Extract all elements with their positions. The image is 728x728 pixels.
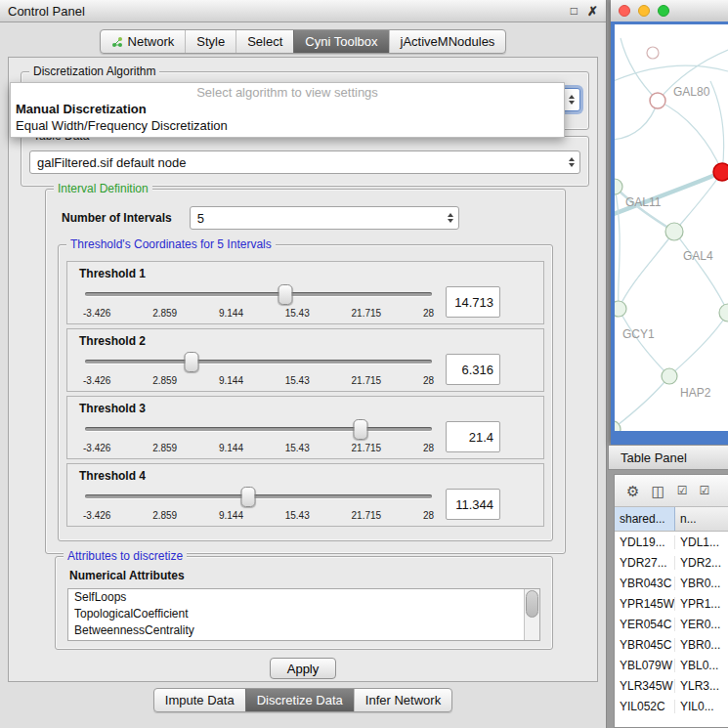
- network-edge[interactable]: [658, 101, 722, 172]
- table-data-combobox[interactable]: galFiltered.sif default node: [29, 150, 580, 174]
- show-columns-icon[interactable]: ◫: [651, 484, 664, 498]
- network-node-gal4[interactable]: [665, 223, 683, 240]
- table-row[interactable]: YPR145WYPR1...: [615, 593, 728, 614]
- apply-button[interactable]: Apply: [270, 658, 336, 679]
- network-canvas[interactable]: GAL80 GAL11 GAL4 GCY1 HAP2: [615, 24, 728, 431]
- dropdown-option-manual-discretization[interactable]: Manual Discretization: [11, 101, 564, 117]
- list-item[interactable]: TopologicalCoefficient: [68, 606, 524, 622]
- cell[interactable]: YBL079W: [615, 659, 675, 672]
- cell[interactable]: YBR0...: [675, 638, 728, 652]
- slider-thumb[interactable]: [353, 419, 367, 440]
- threshold-1-value-field[interactable]: 14.713: [446, 286, 500, 318]
- network-node-hap2[interactable]: [662, 368, 677, 384]
- num-intervals-combobox[interactable]: 5: [190, 206, 459, 230]
- network-edge[interactable]: [710, 81, 724, 172]
- tick-label: -3.426: [83, 443, 110, 453]
- scrollbar-thumb[interactable]: [526, 590, 538, 618]
- tick-label: 21.715: [352, 510, 382, 521]
- tab-discretize-data[interactable]: Discretize Data: [245, 689, 354, 711]
- table-row[interactable]: YDL19...YDL1...: [615, 532, 728, 552]
- tab-network[interactable]: Network: [101, 30, 186, 53]
- cell[interactable]: YER0...: [675, 618, 728, 631]
- zoom-traffic-light[interactable]: [658, 5, 669, 17]
- tab-style[interactable]: Style: [185, 30, 236, 53]
- cell[interactable]: YLR3...: [675, 679, 728, 693]
- table-row[interactable]: YER054CYER0...: [615, 614, 728, 634]
- cell[interactable]: YDR2...: [675, 556, 728, 570]
- slider-thumb[interactable]: [185, 352, 199, 372]
- threshold-1-slider[interactable]: -3.426 2.859 9.144 15.43 21.715 28: [83, 282, 434, 321]
- network-edge[interactable]: [669, 313, 728, 376]
- cell[interactable]: YBR043C: [615, 577, 675, 590]
- cell[interactable]: YDL1...: [675, 535, 728, 549]
- cell[interactable]: YBR045C: [615, 638, 675, 652]
- tick-label: 21.715: [352, 443, 382, 453]
- close-traffic-light[interactable]: [619, 5, 630, 17]
- table-row[interactable]: YBL079WYBL0...: [615, 655, 728, 675]
- tab-label: Style: [196, 34, 225, 49]
- table-row[interactable]: YIL052CYIL0...: [615, 696, 728, 716]
- network-view-frame: GAL80 GAL11 GAL4 GCY1 HAP2: [611, 21, 728, 445]
- tab-select[interactable]: Select: [236, 30, 293, 53]
- cell[interactable]: YPR145W: [615, 597, 675, 611]
- network-node-gcy1[interactable]: [615, 301, 626, 317]
- tick-label: -3.426: [83, 375, 110, 386]
- network-node[interactable]: [719, 304, 728, 321]
- unselect-all-icon[interactable]: ☑: [699, 485, 709, 496]
- column-header-name[interactable]: n...: [675, 507, 728, 531]
- tick-label: 28: [423, 443, 434, 453]
- slider-thumb[interactable]: [278, 284, 293, 305]
- tab-impute-data[interactable]: Impute Data: [154, 689, 245, 711]
- table-row[interactable]: YDR27...YDR2...: [615, 552, 728, 573]
- tick-label: 9.144: [219, 308, 243, 319]
- threshold-2-slider[interactable]: -3.426 2.859 9.144 15.43 21.715 28: [83, 350, 434, 389]
- network-edge[interactable]: [615, 65, 728, 83]
- cell[interactable]: YER054C: [615, 618, 675, 631]
- threshold-3-value-field[interactable]: 21.4: [446, 421, 500, 452]
- table-settings-gear-icon[interactable]: ⚙: [626, 484, 639, 498]
- tab-cyni-toolbox[interactable]: Cyni Toolbox: [293, 30, 388, 53]
- tab-label: Impute Data: [165, 693, 235, 707]
- select-all-icon[interactable]: ☑: [677, 485, 688, 496]
- network-edge[interactable]: [674, 232, 728, 313]
- network-edge[interactable]: [615, 101, 658, 140]
- group-title: Interval Definition: [54, 182, 152, 195]
- threshold-4-value-field[interactable]: 11.344: [446, 489, 500, 520]
- table-row[interactable]: YBR043CYBR0...: [615, 573, 728, 593]
- float-window-icon[interactable]: □: [571, 4, 578, 18]
- minimize-traffic-light[interactable]: [638, 5, 650, 17]
- threshold-2-value-field[interactable]: 6.316: [446, 354, 500, 385]
- table-row[interactable]: YBR045CYBR0...: [615, 634, 728, 655]
- network-node[interactable]: [615, 421, 621, 431]
- cell[interactable]: YDR27...: [615, 556, 675, 570]
- network-edge[interactable]: [619, 309, 669, 376]
- cell[interactable]: YIL052C: [615, 700, 675, 713]
- network-edge[interactable]: [615, 187, 620, 309]
- slider-thumb[interactable]: [240, 487, 255, 507]
- threshold-4-slider[interactable]: -3.426 2.859 9.144 15.43 21.715 28: [83, 485, 434, 524]
- cell[interactable]: YDL19...: [615, 535, 675, 549]
- network-node-red[interactable]: [713, 163, 728, 181]
- close-window-icon[interactable]: ✗: [587, 4, 598, 19]
- network-node-gal80[interactable]: [650, 93, 665, 108]
- threshold-3-slider[interactable]: -3.426 2.859 9.144 15.43 21.715 28: [83, 417, 434, 456]
- cell[interactable]: YLR345W: [615, 679, 675, 693]
- tab-jactivemnodules[interactable]: jActiveMNodules: [389, 30, 506, 53]
- group-title: Threshold's Coordinates for 5 Intervals: [66, 237, 276, 251]
- cell[interactable]: YPR1...: [675, 597, 728, 611]
- cell[interactable]: YBL0...: [675, 659, 728, 672]
- network-edge[interactable]: [619, 232, 674, 309]
- number-of-intervals-row: Number of Intervals 5: [62, 205, 549, 231]
- dropdown-option-equal-width-frequency[interactable]: Equal Width/Frequency Discretization: [11, 117, 564, 134]
- column-header-shared-name[interactable]: shared...: [615, 507, 675, 531]
- cell[interactable]: YBR0...: [675, 577, 728, 590]
- tick-label: 9.144: [219, 375, 243, 386]
- list-scrollbar[interactable]: [524, 589, 539, 640]
- tab-infer-network[interactable]: Infer Network: [354, 689, 451, 711]
- cell[interactable]: YIL0...: [675, 700, 728, 713]
- list-item[interactable]: BetweennessCentrality: [68, 622, 524, 639]
- list-item[interactable]: SelfLoops: [68, 589, 524, 606]
- network-node[interactable]: [647, 47, 659, 59]
- table-row[interactable]: YLR345WYLR3...: [615, 675, 728, 696]
- network-edge[interactable]: [615, 376, 669, 429]
